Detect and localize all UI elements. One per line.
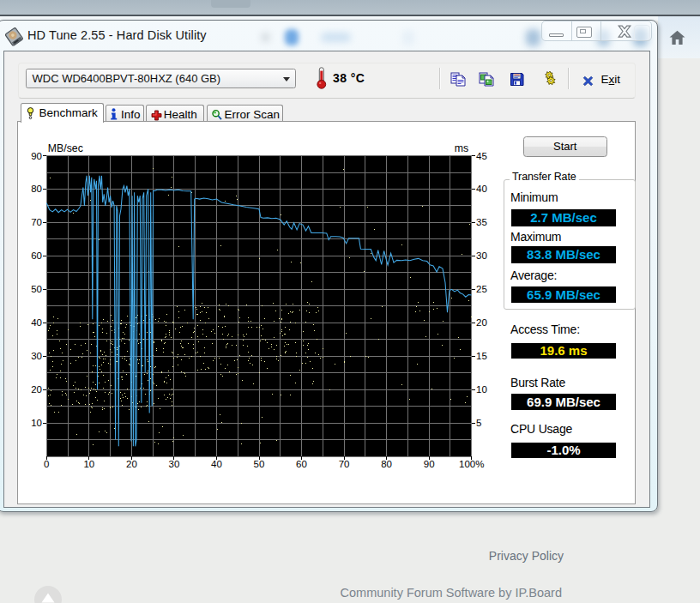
svg-text:50: 50 — [254, 459, 265, 469]
svg-text:70: 70 — [31, 217, 42, 227]
svg-text:ms: ms — [455, 142, 468, 154]
svg-text:30: 30 — [476, 250, 487, 261]
svg-text:20: 20 — [476, 317, 487, 328]
svg-text:90: 90 — [424, 459, 435, 469]
svg-text:5: 5 — [476, 418, 481, 428]
svg-text:30: 30 — [31, 351, 42, 361]
svg-text:60: 60 — [296, 459, 307, 469]
svg-text:10: 10 — [31, 418, 42, 428]
svg-text:40: 40 — [211, 459, 222, 469]
svg-text:20: 20 — [126, 459, 137, 469]
svg-text:40: 40 — [476, 184, 487, 194]
svg-text:15: 15 — [476, 351, 487, 361]
svg-text:45: 45 — [476, 151, 487, 161]
svg-text:60: 60 — [31, 250, 42, 261]
svg-text:50: 50 — [31, 284, 42, 294]
svg-text:25: 25 — [476, 284, 487, 294]
svg-text:MB/sec: MB/sec — [48, 142, 83, 154]
svg-text:90: 90 — [31, 151, 42, 161]
svg-text:10: 10 — [476, 384, 487, 395]
svg-text:80: 80 — [31, 184, 42, 194]
svg-text:20: 20 — [31, 384, 42, 395]
svg-text:80: 80 — [381, 459, 392, 469]
svg-text:70: 70 — [339, 459, 350, 469]
svg-text:10: 10 — [83, 459, 94, 469]
svg-text:40: 40 — [31, 317, 42, 328]
svg-text:30: 30 — [169, 459, 180, 469]
svg-text:0: 0 — [44, 459, 49, 469]
svg-text:100%: 100% — [459, 459, 484, 469]
svg-text:35: 35 — [476, 217, 487, 227]
